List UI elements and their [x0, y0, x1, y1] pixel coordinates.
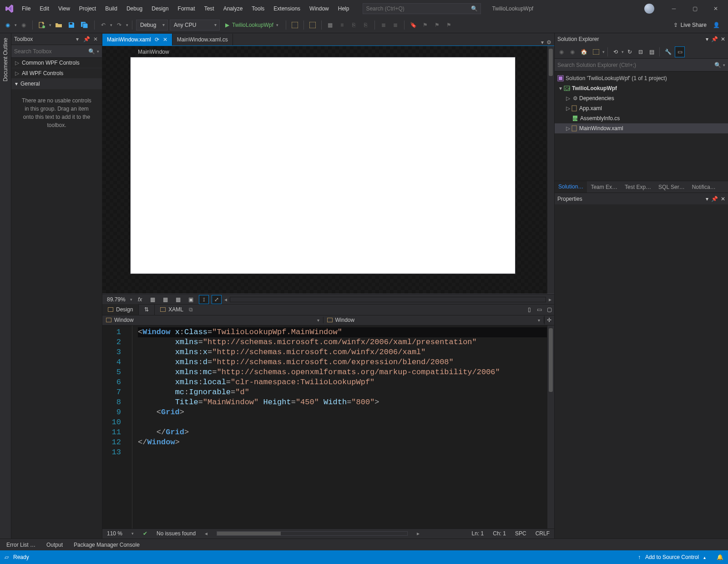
maximize-button[interactable]: ▢	[684, 2, 705, 15]
menu-test[interactable]: Test	[200, 3, 219, 15]
menu-extensions[interactable]: Extensions	[269, 3, 305, 15]
xaml-code-pane[interactable]: 12345678910111213 <Window x:Class="Twili…	[102, 325, 554, 528]
popout-icon[interactable]: ⧉	[189, 306, 193, 313]
xaml-member-combo[interactable]: Window	[324, 317, 545, 323]
close-icon[interactable]: ✕	[92, 36, 99, 42]
quick-search-input[interactable]	[366, 5, 471, 12]
preview-toggle[interactable]: ▭	[675, 46, 685, 57]
keep-open-icon[interactable]: ⟳	[155, 36, 159, 43]
live-share-button[interactable]: ⇪ Live Share	[673, 22, 707, 28]
toolbar-btn-h[interactable]: ≣	[390, 20, 400, 30]
minimize-button[interactable]: ─	[663, 2, 684, 15]
design-surface[interactable]: MainWindow	[102, 46, 554, 294]
solution-search-input[interactable]	[557, 62, 714, 68]
code-vscroll[interactable]	[547, 325, 554, 528]
quick-search[interactable]: 🔍	[363, 3, 481, 14]
split-v-button[interactable]: ▯	[524, 305, 534, 314]
toolbar-btn-j[interactable]: ⚑	[432, 20, 442, 30]
account-avatar[interactable]	[644, 4, 654, 14]
tab-mainwindow-xaml-cs[interactable]: MainWindow.xaml.cs	[172, 34, 233, 46]
menu-file[interactable]: File	[17, 3, 35, 15]
dock-tab[interactable]: Package Manager Console	[69, 540, 144, 550]
split-h-button[interactable]: ▭	[534, 305, 544, 314]
nav-forward-button[interactable]: ◉	[19, 20, 29, 30]
tree-dependencies-node[interactable]: ▷ ⚙ Dependencies	[555, 93, 728, 103]
close-icon[interactable]: ✕	[721, 196, 725, 202]
tab-mainwindow-xaml[interactable]: MainWindow.xaml ⟳ ✕	[102, 34, 172, 46]
menu-window[interactable]: Window	[305, 3, 334, 15]
tree-assemblyinfo-node[interactable]: C# AssemblyInfo.cs	[555, 113, 728, 123]
sln-tab[interactable]: SQL Ser…	[655, 181, 688, 193]
zoom-level[interactable]: 89.79%	[105, 296, 127, 303]
collapse-all-icon[interactable]: ⊟	[636, 46, 646, 57]
nav-back-button[interactable]: ◉	[3, 20, 13, 30]
sln-tab[interactable]: Team Ex…	[587, 181, 621, 193]
undo-button[interactable]: ↶	[98, 20, 108, 30]
tree-mainwindow-node[interactable]: ▷ MainWindow.xaml	[555, 123, 728, 133]
grid-btn-1[interactable]: ▦	[148, 295, 158, 304]
pin-icon[interactable]: 📌	[83, 36, 90, 42]
chevron-right-icon[interactable]: ▷	[565, 105, 571, 112]
save-button[interactable]	[66, 20, 77, 30]
xaml-extra-button[interactable]: ✢	[544, 315, 554, 325]
start-debug-button[interactable]: ▶ TwilioLookupWpf ▾	[222, 20, 282, 30]
toolbar-btn-b[interactable]	[308, 20, 318, 30]
tab-overflow-icon[interactable]: ▾	[541, 39, 544, 46]
save-all-button[interactable]	[79, 20, 91, 30]
open-file-button[interactable]	[53, 20, 64, 30]
sln-fwd-button[interactable]: ◉	[567, 46, 577, 57]
chevron-up-icon[interactable]: ▴	[703, 555, 706, 560]
grid-btn-2[interactable]: ▦	[161, 295, 171, 304]
fx-button[interactable]: fx	[135, 295, 145, 304]
sln-back-button[interactable]: ◉	[556, 46, 566, 57]
toolbox-dropdown-icon[interactable]: ▾	[74, 36, 81, 42]
code-content[interactable]: <Window x:Class="TwilioLookupWpf.MainWin…	[132, 325, 554, 528]
tree-appxaml-node[interactable]: ▷ App.xaml	[555, 103, 728, 113]
code-zoom[interactable]: 110 %	[107, 530, 122, 537]
menu-help[interactable]: Help	[334, 3, 354, 15]
snap-pressed-btn[interactable]: ⟟	[199, 295, 209, 304]
show-all-icon[interactable]: ▤	[647, 46, 657, 57]
menu-debug[interactable]: Debug	[122, 3, 147, 15]
tree-solution-node[interactable]: Solution 'TwilioLookupWpf' (1 of 1 proje…	[555, 73, 728, 83]
design-tab[interactable]: Design	[102, 304, 138, 315]
document-outline-tab[interactable]: Document Outline	[0, 33, 11, 539]
toolbox-search[interactable]: 🔍 ▾	[11, 45, 102, 58]
tree-project-node[interactable]: ▾ C# TwilioLookupWpf	[555, 83, 728, 93]
toolbox-group-general[interactable]: ▾ General	[11, 79, 102, 89]
bookmark-button[interactable]: 🔖	[408, 20, 419, 30]
toolbar-btn-k[interactable]: ⚑	[444, 20, 454, 30]
toolbar-btn-c[interactable]: ▦	[325, 20, 335, 30]
close-tab-icon[interactable]: ✕	[163, 36, 167, 43]
pin-icon[interactable]: 📌	[711, 36, 718, 42]
feedback-button[interactable]: 👤	[711, 20, 722, 30]
xaml-tab[interactable]: XAML ⧉	[155, 304, 198, 315]
collapse-pane-button[interactable]: ▢	[544, 305, 554, 314]
chevron-down-icon[interactable]: ▾	[557, 85, 564, 91]
close-window-button[interactable]: ✕	[705, 2, 726, 15]
snap-pressed-btn-2[interactable]: ⤢	[212, 295, 222, 304]
dropdown-icon[interactable]: ▾	[706, 196, 708, 202]
solution-search[interactable]: 🔍 ▾	[555, 59, 728, 71]
toolbar-btn-a[interactable]	[290, 20, 300, 30]
grid-btn-3[interactable]: ▦	[173, 295, 183, 304]
add-source-control[interactable]: Add to Source Control	[645, 554, 699, 560]
menu-view[interactable]: View	[54, 3, 75, 15]
toolbar-btn-d[interactable]: ≡	[337, 20, 347, 30]
sln-tab[interactable]: Test Exp…	[621, 181, 655, 193]
redo-button[interactable]: ↷	[114, 20, 124, 30]
dock-tab[interactable]: Error List …	[2, 540, 40, 550]
toolbar-btn-f[interactable]: ⎘	[361, 20, 371, 30]
close-icon[interactable]: ✕	[721, 36, 725, 42]
menu-design[interactable]: Design	[147, 3, 173, 15]
sln-tab[interactable]: Solution…	[555, 181, 587, 193]
config-select[interactable]: Debug	[136, 20, 168, 30]
chevron-right-icon[interactable]: ▷	[565, 95, 571, 102]
wrench-icon[interactable]: 🔧	[662, 46, 674, 57]
menu-edit[interactable]: Edit	[35, 3, 54, 15]
sync-icon[interactable]: ⟲	[611, 46, 621, 57]
toolbar-btn-e[interactable]: ⎘	[349, 20, 359, 30]
sln-btn-a[interactable]	[591, 46, 602, 57]
menu-build[interactable]: Build	[101, 3, 122, 15]
platform-select[interactable]: Any CPU	[170, 20, 220, 30]
